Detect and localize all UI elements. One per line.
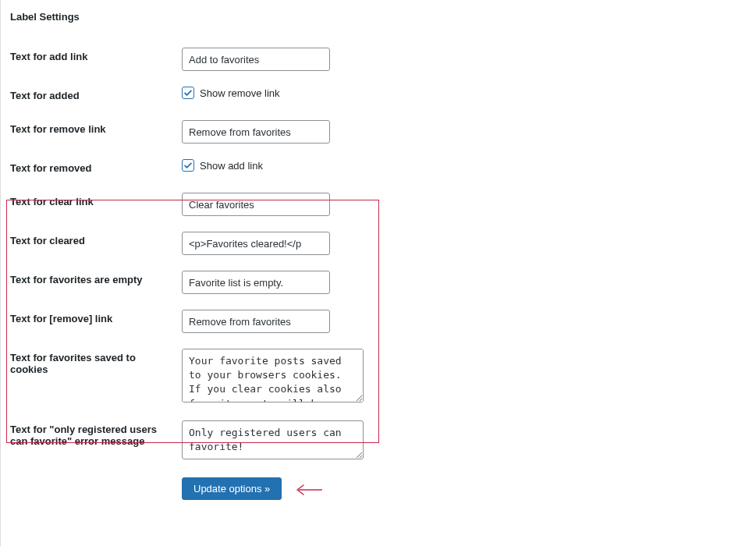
section-heading: Label Settings	[10, 11, 756, 23]
settings-panel: Label Settings Text for add link Text fo…	[0, 0, 756, 546]
textarea-saved-cookies[interactable]: Your favorite posts saved to your browse…	[182, 349, 364, 402]
row-submit: Update options »	[10, 470, 756, 508]
row-remove-link: Text for remove link	[10, 112, 756, 151]
input-clear-link[interactable]	[182, 193, 330, 216]
input-cleared[interactable]	[182, 232, 330, 255]
row-saved-cookies: Text for favorites saved to cookies Your…	[10, 341, 756, 413]
textarea-only-registered[interactable]: Only registered users can favorite!	[182, 420, 364, 459]
label-cleared: Text for cleared	[10, 224, 182, 263]
checkmark-icon	[182, 159, 194, 172]
checkmark-icon	[182, 87, 194, 99]
checkbox-show-remove-link[interactable]: Show remove link	[182, 87, 280, 99]
label-clear-link: Text for clear link	[10, 185, 182, 224]
label-added: Text for added	[10, 79, 182, 112]
input-remove-link[interactable]	[182, 120, 330, 144]
label-saved-cookies: Text for favorites saved to cookies	[10, 341, 182, 413]
input-remove-bracket[interactable]	[182, 310, 330, 333]
label-remove-bracket: Text for [remove] link	[10, 302, 182, 341]
row-removed: Text for removed Show add link	[10, 151, 756, 185]
arrow-left-icon	[296, 484, 322, 495]
row-remove-bracket: Text for [remove] link	[10, 302, 756, 341]
row-clear-link: Text for clear link	[10, 185, 756, 224]
row-added: Text for added Show remove link	[10, 79, 756, 112]
label-add-link: Text for add link	[10, 40, 182, 79]
row-only-registered: Text for "only registered users can favo…	[10, 413, 756, 470]
row-cleared: Text for cleared	[10, 224, 756, 263]
row-empty: Text for favorites are empty	[10, 263, 756, 302]
input-add-link[interactable]	[182, 48, 330, 71]
checkbox-label-added: Show remove link	[200, 87, 280, 99]
settings-form-table: Text for add link Text for added Show re…	[10, 40, 756, 508]
update-options-button[interactable]: Update options »	[182, 477, 282, 500]
label-remove-link: Text for remove link	[10, 112, 182, 151]
label-removed: Text for removed	[10, 151, 182, 185]
label-only-registered: Text for "only registered users can favo…	[10, 413, 182, 470]
row-add-link: Text for add link	[10, 40, 756, 79]
checkbox-label-removed: Show add link	[200, 160, 263, 172]
input-empty[interactable]	[182, 271, 330, 294]
checkbox-show-add-link[interactable]: Show add link	[182, 159, 263, 172]
label-empty: Text for favorites are empty	[10, 263, 182, 302]
